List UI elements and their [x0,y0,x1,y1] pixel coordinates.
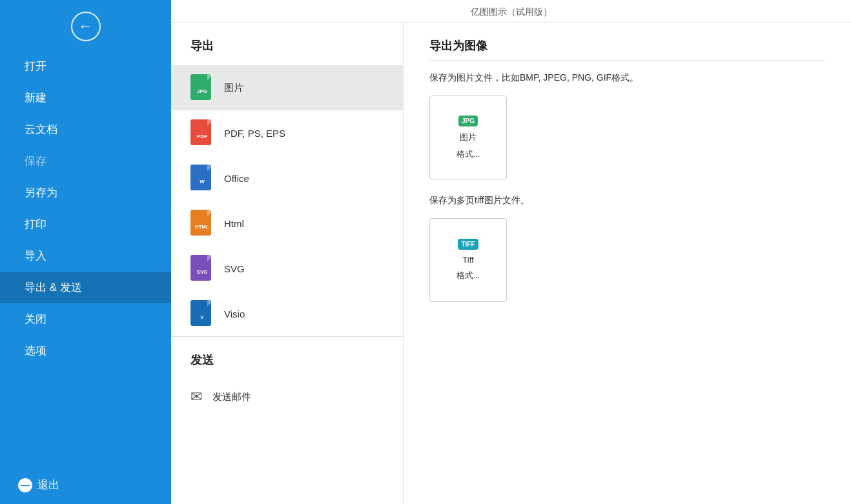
sidebar-item-options[interactable]: 选项 [0,335,171,367]
topbar: 亿图图示（试用版） [171,0,851,23]
export-item-label-html: Html [224,218,244,229]
exit-label: 退出 [37,478,59,492]
jpg-format-card[interactable]: JPG 图片 格式... [429,96,507,179]
sidebar-item-open[interactable]: 打开 [0,50,171,82]
tiff-card-line2: 格式... [456,270,480,281]
export-item-label-svg: SVG [224,263,245,274]
export-item-label-office: Office [224,173,249,184]
send-items-list: ✉发送邮件 [171,379,403,414]
export-section-title: 导出 [171,23,403,65]
sidebar-item-print[interactable]: 打印 [0,208,171,240]
right-desc2: 保存为多页tiff图片文件。 [429,195,825,207]
image-format-cards: JPG 图片 格式... [429,96,825,179]
tiff-format-cards: TIFF Tiff 格式... [429,218,825,302]
export-item-visio[interactable]: VVisio [171,291,403,336]
sidebar-nav: 打开新建云文档保存另存为打印导入导出 & 发送关闭选项 [0,50,171,469]
sidebar-item-export[interactable]: 导出 & 发送 [0,272,171,303]
sidebar-item-close[interactable]: 关闭 [0,303,171,335]
export-item-label-image: 图片 [224,82,243,94]
sidebar-item-import[interactable]: 导入 [0,240,171,272]
send-item-label-email: 发送邮件 [212,391,251,403]
export-item-html[interactable]: HTMLHtml [171,201,403,246]
export-item-label-visio: Visio [224,308,245,319]
send-section-title: 发送 [171,336,403,379]
sidebar-item-cloud[interactable]: 云文档 [0,114,171,145]
export-item-svg[interactable]: SVGSVG [171,246,403,291]
tiff-badge: TIFF [458,239,478,250]
sidebar-item-save-as[interactable]: 另存为 [0,177,171,208]
right-desc1: 保存为图片文件，比如BMP, JPEG, PNG, GIF格式。 [429,72,825,84]
mail-icon: ✉ [190,388,202,405]
app-title: 亿图图示（试用版） [471,6,552,17]
sidebar-item-save: 保存 [0,145,171,177]
tiff-card-line1: Tiff [462,255,473,265]
back-button[interactable]: ← [71,12,101,41]
right-section-title: 导出为图像 [429,23,825,61]
export-item-label-pdf: PDF, PS, EPS [224,128,285,139]
right-panel: 导出为图像 保存为图片文件，比如BMP, JPEG, PNG, GIF格式。 J… [404,23,851,504]
main-area: 亿图图示（试用版） 导出 JPG图片PDFPDF, PS, EPSWOffice… [171,0,851,504]
export-item-pdf[interactable]: PDFPDF, PS, EPS [171,110,403,156]
sidebar-back-section: ← [0,0,171,50]
sidebar-item-new[interactable]: 新建 [0,82,171,114]
exit-icon [18,478,32,492]
exit-item[interactable]: 退出 [0,469,171,504]
sidebar: ← 打开新建云文档保存另存为打印导入导出 & 发送关闭选项 退出 [0,0,171,504]
tiff-format-card[interactable]: TIFF Tiff 格式... [429,218,507,302]
jpg-card-line2: 格式... [456,148,480,160]
jpg-badge: JPG [458,116,478,126]
send-item-email[interactable]: ✉发送邮件 [171,379,403,414]
jpg-card-line1: 图片 [460,132,477,143]
export-item-office[interactable]: WOffice [171,156,403,201]
content-area: 导出 JPG图片PDFPDF, PS, EPSWOfficeHTMLHtmlSV… [171,23,851,504]
export-item-image[interactable]: JPG图片 [171,65,403,110]
export-items-list: JPG图片PDFPDF, PS, EPSWOfficeHTMLHtmlSVGSV… [171,65,403,336]
left-panel: 导出 JPG图片PDFPDF, PS, EPSWOfficeHTMLHtmlSV… [171,23,404,504]
